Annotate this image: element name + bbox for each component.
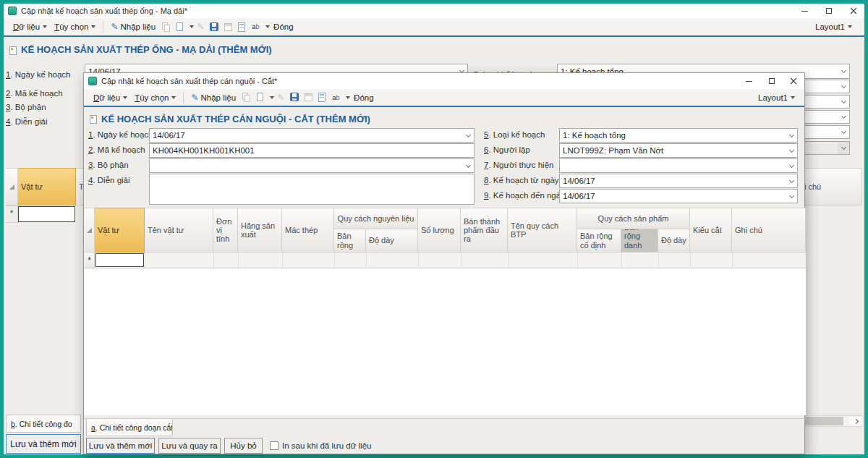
band-header-quy-cach-san-pham[interactable]: Quy cách sản phẩm	[577, 208, 690, 229]
column-header-vat-tu[interactable]: Vật tư	[95, 208, 145, 253]
save-icon[interactable]	[209, 22, 220, 33]
save-and-new-button[interactable]: Lưu và thêm mới	[86, 438, 155, 454]
menu-options[interactable]: Tùy chọn	[51, 18, 99, 35]
combo-open-button[interactable]	[838, 80, 849, 93]
loai-ke-hoach-combo[interactable]: 1: Kế hoạch tổng	[559, 128, 798, 143]
layout-selector[interactable]: Layout1	[812, 18, 856, 35]
cancel-button[interactable]: Hủy bỏ	[224, 438, 263, 454]
grid-line	[418, 253, 419, 268]
maximize-button[interactable]	[764, 73, 780, 89]
new-row-vat-tu-cell[interactable]	[95, 253, 144, 267]
new-row-vat-tu-cell[interactable]	[18, 206, 75, 222]
dropdown-arrow-icon	[171, 96, 176, 99]
new-dropdown-arrow-icon[interactable]	[270, 96, 274, 99]
menu-data[interactable]: Dữ liệu	[90, 89, 131, 106]
column-header-ten-vat-tu[interactable]: Tên vật tư	[145, 208, 213, 253]
column-header-mac-thep[interactable]: Mác thép	[282, 208, 334, 253]
combo-open-button[interactable]	[838, 126, 849, 138]
combo-open-button[interactable]	[838, 96, 849, 108]
close-button[interactable]	[846, 4, 861, 18]
titlebar[interactable]: Cập nhật kế hoạch sản xuất thép ống - Mạ…	[4, 4, 864, 18]
dien-giai-textarea[interactable]	[149, 174, 475, 205]
new-document-icon[interactable]	[255, 92, 265, 103]
grid-corner[interactable]	[6, 168, 18, 205]
combo-open-button[interactable]	[786, 159, 797, 172]
combo-open-button[interactable]	[786, 190, 797, 203]
grid-line	[577, 253, 578, 268]
grid-line	[145, 253, 145, 268]
input-data-button[interactable]: ✎Nhập liệu	[107, 18, 159, 35]
menu-options[interactable]: Tùy chọn	[131, 89, 179, 106]
combo-open-button[interactable]	[838, 111, 849, 123]
column-header-ten-quy-cach-btp[interactable]: Tên quy cách BTP	[508, 208, 577, 253]
toolbar-separator	[103, 21, 103, 33]
combo-open-button[interactable]	[786, 174, 797, 187]
bo-phan-combo[interactable]	[149, 158, 475, 173]
combo-open-button[interactable]	[462, 159, 474, 172]
layout-selector[interactable]: Layout1	[754, 89, 799, 106]
ke-hoach-tu-ngay-combo[interactable]: 14/06/17	[559, 174, 798, 188]
chevron-down-icon	[841, 98, 846, 103]
titlebar[interactable]: Cập nhật kế hoạch sản xuất thép cán nguộ…	[84, 73, 804, 89]
close-form-button[interactable]: Đóng	[350, 89, 378, 106]
grid-corner[interactable]	[85, 208, 95, 253]
ngay-ke-hoach-combo[interactable]: 14/06/17	[149, 128, 475, 143]
combo-open-button[interactable]	[838, 64, 849, 78]
column-header-kieu-cat[interactable]: Kiểu cắt	[690, 208, 732, 253]
edit-icon[interactable]: ✎	[195, 22, 206, 33]
column-header-ban-thanh-pham[interactable]: Bán thành phẩm đầu ra	[461, 208, 508, 253]
new-dropdown-arrow-icon[interactable]	[190, 25, 194, 28]
nguoi-lap-combo[interactable]: LNOT999Z: Phạm Văn Nớt	[559, 143, 798, 158]
preview-icon[interactable]	[223, 22, 234, 33]
column-header-do-day[interactable]: Độ dày	[366, 229, 418, 253]
combo-open-button[interactable]	[462, 129, 474, 142]
language-icon[interactable]: ab	[250, 22, 261, 33]
input-data-button[interactable]: ✎Nhập liệu	[187, 89, 239, 106]
preview-icon[interactable]	[303, 92, 314, 103]
grid-line	[282, 253, 283, 268]
language-icon[interactable]: ab	[331, 92, 341, 103]
close-button[interactable]	[786, 73, 801, 89]
combo-open-button[interactable]	[786, 144, 797, 157]
save-icon[interactable]	[289, 92, 300, 103]
tab-chi-tiet-cong-doan-cat[interactable]: a. Chi tiết công đoạn cắt	[86, 419, 173, 436]
column-header-don-vi-tinh[interactable]: Đơn vị tính	[213, 208, 238, 253]
scroll-right-button[interactable]	[849, 417, 862, 425]
menu-data[interactable]: Dữ liệu	[9, 18, 51, 35]
copy-icon[interactable]	[241, 92, 252, 103]
column-header-do-day-sp[interactable]: Độ dày	[658, 229, 690, 253]
column-header-ban-rong-co-dinh[interactable]: Bản rộng cố định	[577, 229, 621, 253]
column-header-hang-san-xuat[interactable]: Hãng sản xuất	[238, 208, 282, 253]
column-header-ban-rong[interactable]: Bản rộng	[334, 229, 366, 253]
minimize-button[interactable]	[741, 73, 757, 89]
tab-strip-divider	[84, 418, 806, 419]
grid-body[interactable]	[85, 268, 806, 415]
column-header-ghi-chu[interactable]: Ghi chú	[732, 208, 806, 253]
grid-line	[461, 253, 461, 268]
calculator-icon[interactable]	[237, 22, 247, 33]
horizontal-scrollbar[interactable]	[801, 415, 864, 427]
print-after-save-checkbox[interactable]	[270, 441, 278, 450]
ke-hoach-den-ngay-combo[interactable]: 14/06/17	[559, 189, 798, 203]
tab-chi-tiet-cong-doan[interactable]: b. Chi tiết công đo	[6, 415, 81, 433]
new-document-icon[interactable]	[174, 22, 185, 33]
minimize-button[interactable]	[796, 4, 812, 18]
ma-ke-hoach-input[interactable]: KH004KH001KH001KH001	[149, 143, 475, 158]
save-and-new-button[interactable]: Lưu và thêm mới	[6, 434, 81, 454]
save-and-exit-button[interactable]: Lưu và quay ra	[158, 438, 221, 454]
maximize-button[interactable]	[821, 4, 837, 18]
field-label-loai-ke-hoach: 5. Loại kế hoạch	[484, 130, 545, 139]
band-header-quy-cach-nguyen-lieu[interactable]: Quy cách nguyên liệu	[334, 208, 418, 229]
column-header-vat-tu[interactable]: Vật tư	[18, 168, 76, 205]
copy-icon[interactable]	[161, 22, 171, 33]
close-form-button[interactable]: Đóng	[270, 18, 297, 35]
calculator-icon[interactable]	[317, 92, 328, 103]
column-header-ban-rong-danh-nghia[interactable]: Bản rộng danh ng...	[621, 229, 658, 253]
chevron-down-icon	[788, 177, 793, 182]
column-header-ghi-chu-partial[interactable]: i chú	[801, 168, 862, 205]
combo-open-button[interactable]	[786, 129, 797, 142]
scrollbar-thumb[interactable]	[803, 417, 843, 425]
edit-icon[interactable]: ✎	[276, 92, 286, 103]
column-header-so-luong[interactable]: Số lượng	[418, 208, 461, 253]
nguoi-thuc-hien-combo[interactable]	[559, 158, 798, 173]
